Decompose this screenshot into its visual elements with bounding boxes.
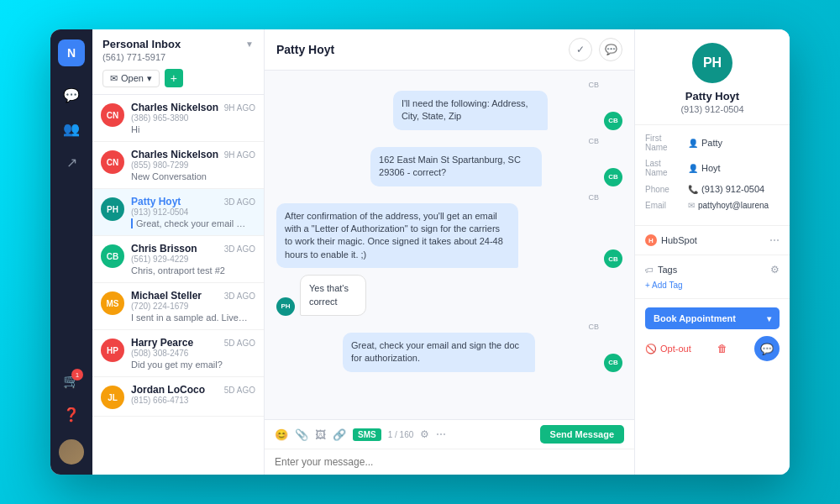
nav-share-icon[interactable]: ↗ (56, 147, 87, 177)
conversation-list: CN Charles Nickelson 9H AGO (386) 965-38… (92, 95, 264, 475)
settings-icon[interactable]: ⚙ (420, 428, 429, 440)
check-icon-button[interactable]: ✓ (569, 38, 592, 61)
sms-badge: SMS (353, 428, 381, 441)
user-avatar[interactable] (59, 439, 84, 465)
chat-input-area: 😊 📎 🖼 🔗 SMS 1 / 160 ⚙ ⋯ Send Message (265, 419, 634, 475)
last-name-value: 👤 Hoyt (688, 163, 780, 173)
conversation-item[interactable]: CN Charles Nickelson 9H AGO (855) 980-72… (92, 142, 264, 189)
nav-inbox-icon[interactable]: 💬 (56, 80, 87, 110)
phone-value: 📞 (913) 912-0504 (688, 184, 780, 194)
inbox-title: Personal Inbox (102, 38, 181, 50)
message-row: CB CB 162 East Main St Spartanburg, SC 2… (276, 137, 622, 186)
add-conversation-button[interactable]: + (165, 69, 183, 87)
message-avatar: PH (276, 297, 295, 316)
email-field-row: Email ✉ pattyhoyt@laurena (645, 201, 780, 210)
contact-phone: (561) 929-4229 (131, 255, 255, 264)
tags-settings-icon[interactable]: ⚙ (770, 264, 780, 276)
tags-section: 🏷 Tags ⚙ + Add Tag (635, 255, 790, 299)
dropdown-arrow-icon: ▾ (767, 314, 771, 323)
app-logo: N (58, 39, 85, 66)
image-icon[interactable]: 🖼 (315, 428, 326, 441)
emoji-icon[interactable]: 😊 (275, 428, 288, 441)
dropdown-arrow-icon[interactable]: ▼ (245, 39, 254, 49)
contact-name: Michael Steller (131, 290, 202, 302)
contact-phone: (855) 980-7299 (131, 160, 255, 170)
conv-preview: New Conversation (131, 171, 249, 181)
attachment-icon[interactable]: 📎 (295, 428, 308, 441)
avatar: HP (101, 339, 124, 362)
chat-contact-name: Patty Hoyt (276, 43, 334, 56)
message-avatar: CB (604, 354, 622, 372)
conv-preview: I sent in a sample ad. Live chat won't w… (131, 312, 249, 323)
avatar: CN (101, 103, 124, 127)
message-bubble: Yes that's correct (300, 275, 366, 316)
message-row: PH Yes that's correct (276, 275, 622, 316)
email-icon: ✉ (688, 201, 695, 210)
link-icon[interactable]: 🔗 (333, 428, 346, 441)
delete-contact-button[interactable]: 🗑 (717, 343, 727, 354)
phone-label: Phone (645, 185, 683, 194)
no-entry-icon: 🚫 (645, 344, 657, 354)
hubspot-integration-row: H HubSpot ⋯ (645, 234, 780, 246)
message-input[interactable] (265, 449, 634, 475)
contact-name: Chris Brisson (131, 243, 197, 255)
message-row: CB CB I'll need the following: Address, … (276, 81, 622, 130)
msg-tag: CB (370, 137, 599, 145)
conversation-item[interactable]: CB Chris Brisson 3D AGO (561) 929-4229 C… (92, 236, 264, 283)
contact-phone: (508) 308-2476 (131, 349, 255, 358)
last-name-field-row: Last Name 👤 Hoyt (645, 159, 780, 177)
conversation-item[interactable]: HP Harry Pearce 5D AGO (508) 308-2476 Di… (92, 330, 264, 377)
contact-profile: PH Patty Hoyt (913) 912-0504 (635, 29, 790, 125)
chat-header-actions: ✓ 💬 (569, 38, 622, 61)
avatar: CB (101, 244, 124, 268)
conversation-item-patty[interactable]: PH Patty Hoyt 3D AGO (913) 912-0504 Grea… (92, 189, 264, 236)
action-buttons: Book Appointment ▾ 🚫 Opt-out 🗑 💬 (635, 299, 790, 370)
conv-time: 3D AGO (224, 291, 255, 301)
conv-preview: Did you get my email? (131, 360, 249, 370)
app-window: N 💬 👥 ↗ 🛒 1 ❓ Personal Inbox ▼ (561) 771… (50, 29, 790, 475)
conv-time: 3D AGO (224, 244, 255, 254)
inbox-phone: (561) 771-5917 (102, 52, 254, 62)
nav-cart-icon[interactable]: 🛒 1 (56, 365, 87, 396)
envelope-icon: ✉ (110, 73, 118, 84)
add-tag-button[interactable]: + Add Tag (645, 281, 780, 290)
conversation-item[interactable]: MS Michael Steller 3D AGO (720) 224-1679… (92, 283, 264, 330)
message-avatar: CB (604, 249, 622, 268)
info-icon-button[interactable]: 💬 (599, 38, 622, 61)
contact-phone-heading: (913) 912-0504 (680, 104, 743, 114)
conv-time: 5D AGO (224, 339, 255, 348)
avatar: CN (101, 150, 124, 174)
message-avatar: CB (604, 168, 622, 186)
message-bubble: After confirmation of the address, you'l… (276, 203, 518, 269)
message-row: CB CB After confirmation of the address,… (276, 193, 622, 269)
new-chat-button[interactable]: 💬 (754, 336, 780, 361)
chat-header: Patty Hoyt ✓ 💬 (265, 29, 634, 71)
inbox-list: Personal Inbox ▼ (561) 771-5917 ✉ Open ▾… (92, 29, 265, 475)
contact-avatar-large: PH (692, 43, 732, 83)
opt-out-button[interactable]: 🚫 Opt-out (645, 344, 691, 354)
conv-time: 3D AGO (224, 197, 255, 207)
contact-phone: (815) 666-4713 (131, 396, 255, 405)
inbox-header: Personal Inbox ▼ (561) 771-5917 ✉ Open ▾… (92, 29, 264, 95)
conversation-item[interactable]: CN Charles Nickelson 9H AGO (386) 965-38… (92, 95, 264, 142)
conv-preview: Hi (131, 124, 249, 134)
first-name-value: 👤 Patty (688, 138, 780, 148)
book-appointment-button[interactable]: Book Appointment ▾ (645, 307, 780, 329)
conv-time: 5D AGO (224, 386, 255, 395)
more-icon[interactable]: ⋯ (436, 428, 446, 440)
chat-area: Patty Hoyt ✓ 💬 CB CB I'll need the follo… (265, 29, 634, 475)
integrations-section: H HubSpot ⋯ (635, 226, 790, 255)
send-message-button[interactable]: Send Message (540, 425, 624, 444)
hubspot-label: H HubSpot (645, 234, 697, 246)
contact-name: Patty Hoyt (131, 196, 181, 207)
integration-menu-icon[interactable]: ⋯ (769, 234, 780, 246)
msg-tag: CB (276, 193, 599, 202)
hubspot-logo-icon: H (645, 234, 657, 246)
tag-icon: 🏷 (645, 265, 654, 275)
open-filter-button[interactable]: ✉ Open ▾ (102, 70, 160, 87)
nav-help-icon[interactable]: ❓ (56, 399, 87, 429)
message-avatar: CB (604, 112, 622, 130)
nav-contacts-icon[interactable]: 👥 (56, 113, 87, 144)
message-bubble: 162 East Main St Spartanburg, SC 29306 -… (370, 147, 542, 186)
conversation-item[interactable]: JL Jordan LoCoco 5D AGO (815) 666-4713 (92, 377, 264, 417)
